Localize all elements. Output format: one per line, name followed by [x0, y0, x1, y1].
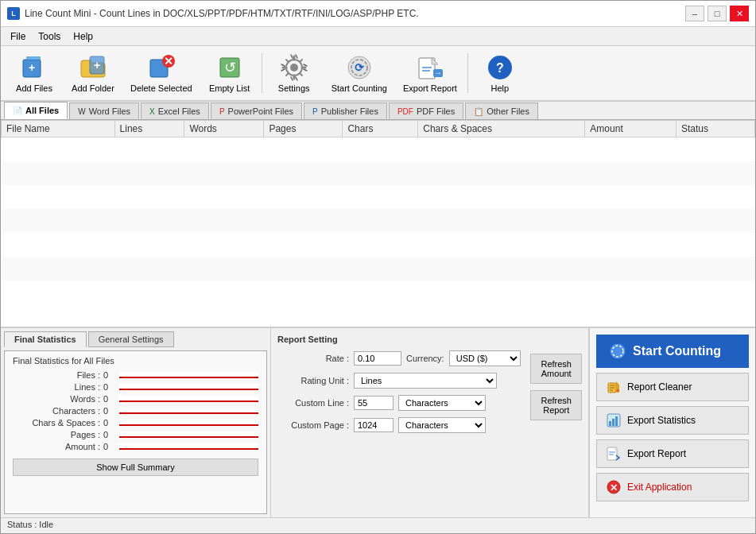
export-report-action-button[interactable]: Export Report [596, 439, 749, 468]
status-bar: Status : Idle [1, 517, 755, 533]
tab-powerpoint-files[interactable]: P PowerPoint Files [211, 103, 302, 119]
col-pages: Pages [264, 121, 343, 137]
menu-tools[interactable]: Tools [32, 29, 67, 44]
export-statistics-icon [607, 413, 621, 428]
start-counting-action-icon [609, 342, 626, 360]
stats-box-title: Final Statistics for All Files [13, 356, 258, 366]
stat-words-value: 0 [103, 394, 116, 404]
stat-charsspaces-bar [119, 420, 258, 426]
close-button[interactable]: ✕ [730, 6, 749, 21]
custom-page-unit-select[interactable]: Characters [398, 417, 486, 433]
tab-publisher-files-label: Publisher Files [321, 106, 378, 116]
custom-page-label: Custom Page : [277, 420, 349, 430]
tab-pdf-files-label: PDF Files [417, 106, 455, 116]
title-bar-controls[interactable]: – □ ✕ [685, 6, 749, 21]
bottom-panel: Final Statistics General Settings Final … [1, 327, 755, 517]
title-bar-left: L Line Count Mini - Count Lines in DOC/X… [7, 7, 419, 20]
start-icon: ⟳ [345, 53, 374, 82]
export-report-action-label: Export Report [627, 448, 686, 459]
add-folder-label: Add Folder [72, 83, 114, 93]
refresh-report-button[interactable]: RefreshReport [530, 390, 582, 420]
report-cleaner-label: Report Cleaner [627, 381, 692, 393]
menu-help[interactable]: Help [67, 29, 99, 44]
table-row [2, 185, 755, 209]
help-button[interactable]: ? Help [471, 49, 529, 97]
stat-row-amount: Amount : 0 [13, 442, 258, 451]
delete-selected-label: Delete Selected [130, 83, 192, 93]
bottom-tabs: Final Statistics General Settings [4, 331, 267, 347]
table-header: File Name Lines Words Pages Chars Chars … [2, 121, 755, 137]
export-statistics-label: Export Statistics [627, 415, 696, 426]
svg-rect-26 [609, 421, 611, 426]
tab-word-files-label: Word Files [89, 106, 130, 116]
export-report-action-icon [607, 447, 621, 461]
exit-application-button[interactable]: ✕ Exit Application [596, 473, 749, 501]
start-counting-button[interactable]: ⟳ Start Counting [324, 49, 394, 97]
add-files-button[interactable]: + Add Files [6, 49, 63, 97]
currency-label: Currency: [406, 354, 444, 363]
minimize-button[interactable]: – [685, 6, 704, 21]
report-cleaner-button[interactable]: Report Cleaner [596, 373, 749, 401]
start-counting-action-button[interactable]: Start Counting [596, 335, 749, 368]
stat-row-files: Files : 0 [13, 370, 258, 380]
empty-list-button[interactable]: ↺ Empty List [201, 49, 258, 97]
refresh-amount-button[interactable]: RefreshAmount [530, 354, 582, 384]
export-statistics-button[interactable]: Export Statistics [596, 406, 749, 435]
stat-amount-value: 0 [103, 442, 116, 451]
custom-page-input[interactable] [354, 418, 394, 432]
word-icon: W [78, 107, 85, 116]
add-folder-icon: + [79, 53, 107, 82]
tab-pdf-files[interactable]: PDF PDF Files [389, 103, 463, 119]
other-icon: 📋 [474, 107, 483, 116]
rate-input[interactable] [354, 351, 401, 366]
menu-file[interactable]: File [4, 29, 32, 44]
maximize-button[interactable]: □ [708, 6, 727, 21]
delete-selected-button[interactable]: ✕ Delete Selected [123, 49, 200, 97]
stat-lines-bar [119, 384, 258, 390]
col-filename: File Name [2, 121, 115, 137]
report-cleaner-icon [607, 380, 621, 394]
tab-publisher-files[interactable]: P Publisher Files [304, 103, 387, 119]
title-text: Line Count Mini - Count Lines in DOC/XLS… [25, 8, 419, 19]
svg-text:?: ? [496, 61, 504, 75]
show-summary-button[interactable]: Show Full Summary [13, 459, 258, 476]
stat-words-label: Words : [13, 394, 100, 404]
export-report-button[interactable]: → Export Report [396, 49, 464, 97]
svg-text:✕: ✕ [610, 482, 618, 493]
stat-amount-bar [119, 443, 258, 450]
custom-page-row: Custom Page : Characters [277, 417, 524, 433]
svg-point-11 [290, 64, 298, 72]
pub-icon: P [312, 107, 318, 116]
tab-all-files[interactable]: 📄 All Files [4, 102, 68, 119]
svg-rect-28 [615, 416, 618, 426]
status-text: Status : Idle [7, 520, 53, 529]
add-folder-button[interactable]: + Add Folder [64, 49, 122, 97]
stat-row-characters: Characters : 0 [13, 406, 258, 416]
action-panel: Start Counting Report Cleaner Export Sta… [588, 328, 755, 517]
tab-word-files[interactable]: W Word Files [69, 103, 139, 119]
help-icon: ? [486, 53, 514, 82]
svg-text:+: + [94, 59, 100, 72]
stat-lines-value: 0 [103, 382, 116, 392]
rating-unit-select[interactable]: Lines Words Pages Characters [354, 373, 497, 389]
tab-final-statistics[interactable]: Final Statistics [4, 331, 87, 347]
stat-charsspaces-label: Chars & Spaces : [13, 418, 100, 428]
stat-files-value: 0 [103, 370, 116, 380]
ppt-icon: P [219, 107, 225, 116]
menu-bar: File Tools Help [1, 27, 755, 46]
table-row [2, 233, 755, 257]
custom-line-unit-select[interactable]: Characters [398, 395, 486, 411]
settings-button[interactable]: Settings [266, 49, 323, 97]
stat-files-bar [119, 372, 258, 378]
export-report-label: Export Report [403, 83, 457, 93]
tab-general-settings[interactable]: General Settings [88, 331, 174, 347]
stat-pages-value: 0 [103, 430, 116, 439]
tab-excel-files-label: Excel Files [158, 106, 200, 116]
export-icon: → [416, 53, 444, 82]
tab-excel-files[interactable]: X Excel Files [141, 103, 209, 119]
tab-other-files[interactable]: 📋 Other Files [465, 103, 538, 119]
currency-select[interactable]: USD ($) EUR (€) GBP (£) [449, 350, 521, 366]
custom-line-input[interactable] [354, 396, 394, 410]
pdf-icon: PDF [397, 107, 413, 116]
title-bar: L Line Count Mini - Count Lines in DOC/X… [1, 1, 755, 27]
